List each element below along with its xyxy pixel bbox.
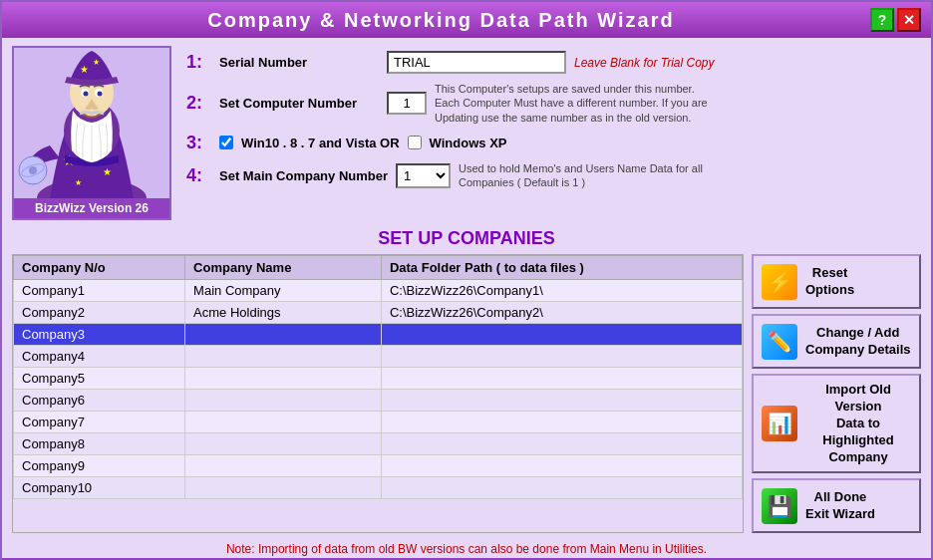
table-row[interactable]: Company5 — [14, 368, 743, 390]
window-title: Company & Networking Data Path Wizard — [12, 9, 870, 32]
table-row[interactable]: Company8 — [14, 433, 743, 455]
step3-row: 3: Win10 . 8 . 7 and Vista OR Windows XP — [186, 133, 921, 153]
help-button[interactable]: ? — [870, 8, 894, 32]
col-data-path: Data Folder Path ( to data files ) — [381, 256, 742, 280]
step3-number: 3: — [186, 133, 211, 153]
change-add-button[interactable]: ✏️ Change / AddCompany Details — [752, 314, 921, 369]
win10-checkbox[interactable] — [219, 136, 233, 149]
done-label: All DoneExit Wizard — [805, 489, 875, 523]
reset-icon: ⚡ — [762, 264, 797, 300]
company-path-cell — [381, 477, 742, 499]
company-path-cell — [381, 346, 742, 368]
company-name-cell — [185, 477, 382, 499]
main-area: Company N/o Company Name Data Folder Pat… — [2, 254, 931, 538]
main-company-select[interactable]: 1 2 3 4 5 — [396, 163, 451, 188]
done-icon: 💾 — [762, 488, 797, 524]
company-id-cell: Company2 — [14, 302, 185, 324]
form-section: 1: Serial Number Leave Blank for Trial C… — [186, 46, 921, 220]
company-name-cell: Acme Holdings — [185, 302, 382, 324]
svg-point-14 — [97, 92, 102, 97]
top-section: ★ ★ ★ — [2, 38, 931, 225]
computer-hint: This Computer's setups are saved under t… — [435, 82, 714, 125]
company-hint: Used to hold Memo's and Users Name Data … — [459, 161, 718, 190]
company-id-cell: Company4 — [14, 346, 185, 368]
wizard-image-container: ★ ★ ★ — [12, 46, 171, 220]
company-name-cell — [185, 368, 382, 390]
company-path-cell — [381, 412, 742, 433]
reset-button[interactable]: ⚡ ResetOptions — [752, 254, 921, 309]
col-company-no: Company N/o — [14, 256, 185, 280]
companies-tbody: Company1Main CompanyC:\BizzWizz26\Compan… — [14, 280, 743, 499]
table-row[interactable]: Company2Acme HoldingsC:\BizzWizz26\Compa… — [14, 302, 743, 324]
svg-text:★: ★ — [80, 64, 89, 75]
computer-number-input[interactable] — [387, 92, 427, 115]
table-header-row: Company N/o Company Name Data Folder Pat… — [14, 256, 743, 280]
step2-number: 2: — [186, 93, 211, 114]
company-id-cell: Company5 — [14, 368, 185, 390]
company-path-cell — [381, 433, 742, 455]
import-label: Import Old VersionData to HighlightedCom… — [805, 382, 911, 465]
svg-text:★: ★ — [93, 58, 100, 67]
step4-label: Set Main Company Number — [219, 168, 388, 183]
change-icon: ✏️ — [762, 324, 797, 360]
table-row[interactable]: Company1Main CompanyC:\BizzWizz26\Compan… — [14, 280, 743, 302]
step4-row: 4: Set Main Company Number 1 2 3 4 5 Use… — [186, 161, 921, 190]
company-id-cell: Company9 — [14, 455, 185, 477]
bottom-note: Note: Importing of data from old BW vers… — [2, 538, 931, 558]
company-id-cell: Company10 — [14, 477, 185, 499]
step1-label: Serial Number — [219, 55, 379, 70]
wizard-label: BizzWizz Version 26 — [14, 198, 169, 218]
table-row[interactable]: Company9 — [14, 455, 743, 477]
reset-label: ResetOptions — [805, 265, 854, 299]
company-name-cell — [185, 324, 382, 346]
right-panel: ⚡ ResetOptions ✏️ Change / AddCompany De… — [752, 254, 921, 533]
company-id-cell: Company6 — [14, 390, 185, 412]
svg-point-13 — [83, 92, 88, 97]
company-path-cell — [381, 368, 742, 390]
winxp-checkbox[interactable] — [408, 136, 422, 149]
table-row[interactable]: Company6 — [14, 390, 743, 412]
serial-hint: Leave Blank for Trial Copy — [574, 56, 715, 70]
company-name-cell — [185, 390, 382, 412]
companies-table-container: Company N/o Company Name Data Folder Pat… — [12, 254, 744, 533]
company-path-cell: C:\BizzWizz26\Company1\ — [381, 280, 742, 302]
step4-number: 4: — [186, 165, 211, 186]
os-selection: Win10 . 8 . 7 and Vista OR Windows XP — [219, 136, 506, 150]
company-name-cell — [185, 346, 382, 368]
svg-text:★: ★ — [103, 166, 112, 177]
company-path-cell — [381, 324, 742, 346]
close-button[interactable]: ✕ — [897, 8, 921, 32]
winxp-label: Windows XP — [430, 136, 507, 150]
company-name-cell: Main Company — [185, 280, 382, 302]
table-row[interactable]: Company3 — [14, 324, 743, 346]
title-buttons: ? ✕ — [870, 8, 921, 32]
companies-table: Company N/o Company Name Data Folder Pat… — [13, 255, 743, 499]
import-icon: 📊 — [762, 406, 797, 441]
table-row[interactable]: Company7 — [14, 412, 743, 433]
company-name-cell — [185, 455, 382, 477]
win10-label: Win10 . 8 . 7 and Vista OR — [241, 136, 400, 150]
step1-number: 1: — [186, 52, 211, 73]
svg-text:★: ★ — [75, 178, 82, 187]
company-path-cell — [381, 455, 742, 477]
svg-point-5 — [29, 166, 37, 174]
table-row[interactable]: Company10 — [14, 477, 743, 499]
company-id-cell: Company3 — [14, 324, 185, 346]
main-content: ★ ★ ★ — [2, 38, 931, 560]
step1-row: 1: Serial Number Leave Blank for Trial C… — [186, 51, 921, 74]
table-row[interactable]: Company4 — [14, 346, 743, 368]
wizard-svg: ★ ★ ★ — [15, 51, 169, 198]
serial-number-input[interactable] — [387, 51, 566, 74]
company-path-cell: C:\BizzWizz26\Company2\ — [381, 302, 742, 324]
company-name-cell — [185, 433, 382, 455]
company-id-cell: Company8 — [14, 433, 185, 455]
company-name-cell — [185, 412, 382, 433]
step2-label: Set Computer Number — [219, 96, 379, 111]
main-window: Company & Networking Data Path Wizard ? … — [0, 0, 933, 560]
company-path-cell — [381, 390, 742, 412]
company-id-cell: Company7 — [14, 412, 185, 433]
import-button[interactable]: 📊 Import Old VersionData to HighlightedC… — [752, 374, 921, 473]
change-label: Change / AddCompany Details — [805, 325, 910, 359]
title-bar: Company & Networking Data Path Wizard ? … — [2, 2, 931, 38]
done-button[interactable]: 💾 All DoneExit Wizard — [752, 478, 921, 533]
